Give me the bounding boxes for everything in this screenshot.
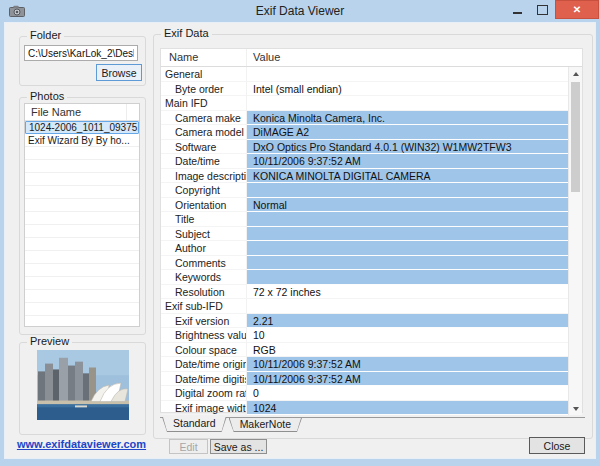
- exif-row-value: 1024: [247, 401, 568, 416]
- scroll-down-button[interactable]: [569, 402, 582, 415]
- photo-list-empty-row: [25, 160, 139, 173]
- exif-row-value: 0: [247, 386, 568, 401]
- exif-row[interactable]: SoftwareDxO Optics Pro Standard 4.0.1 (W…: [161, 140, 568, 155]
- exif-row-name: Image description: [161, 169, 247, 184]
- photo-list-empty-row: [25, 277, 139, 290]
- exif-row-value: Konica Minolta Camera, Inc.: [247, 111, 568, 126]
- exif-row-value: 72 x 72 inches: [247, 285, 568, 300]
- photo-list-empty-row: [25, 238, 139, 251]
- exif-table: Name Value GeneralByte orderIntel (small…: [160, 48, 583, 413]
- photo-list-empty-row: [25, 290, 139, 303]
- exif-row-value: [247, 183, 568, 198]
- title-bar: Exif Data Viewer ✕: [0, 0, 600, 22]
- minimize-button[interactable]: [505, 0, 530, 19]
- preview-group-label: Preview: [27, 335, 72, 347]
- exif-row-value: RGB: [247, 343, 568, 358]
- scroll-down-icon: [573, 407, 579, 411]
- scroll-up-button[interactable]: [569, 67, 582, 80]
- exif-row-name: Title: [161, 212, 247, 227]
- exif-row[interactable]: Exif sub-IFD: [161, 299, 568, 314]
- exif-row-name: Exif version: [161, 314, 247, 329]
- browse-button[interactable]: Browse: [96, 64, 142, 81]
- exif-row-name: Date/time: [161, 154, 247, 169]
- exif-row-name: Comments: [161, 256, 247, 271]
- exif-row[interactable]: Colour spaceRGB: [161, 343, 568, 358]
- file-list-rows: 1024-2006_1011_09375...Exif Wizard By By…: [25, 121, 139, 327]
- exif-row[interactable]: OrientationNormal: [161, 198, 568, 213]
- exif-row-name: Byte order: [161, 82, 247, 97]
- maximize-button[interactable]: [530, 0, 555, 19]
- photo-list-empty-row: [25, 186, 139, 199]
- exif-row-value: 10: [247, 328, 568, 343]
- save-as-button[interactable]: Save as ...: [210, 439, 267, 454]
- file-list-header: File Name: [25, 104, 139, 121]
- photo-list-item[interactable]: Exif Wizard By By ho...: [25, 134, 139, 147]
- exif-row[interactable]: Main IFD: [161, 96, 568, 111]
- exif-table-header: Name Value: [161, 49, 582, 67]
- exif-row[interactable]: Camera makeKonica Minolta Camera, Inc.: [161, 111, 568, 126]
- exif-row[interactable]: Subject: [161, 227, 568, 242]
- exif-row[interactable]: Date/time10/11/2006 9:37:52 AM: [161, 154, 568, 169]
- exif-row-name: Author: [161, 241, 247, 256]
- file-list-extra-column: [126, 104, 139, 120]
- exif-row-value: 10/11/2006 9:37:52 AM: [247, 357, 568, 372]
- exif-row[interactable]: Image descriptionKONICA MINOLTA DIGITAL …: [161, 169, 568, 184]
- exif-row[interactable]: Keywords: [161, 270, 568, 285]
- exif-row[interactable]: Author: [161, 241, 568, 256]
- exif-row[interactable]: Exif image width1024: [161, 401, 568, 416]
- photo-list-empty-row: [25, 303, 139, 316]
- exif-data-group-label: Exif Data: [161, 27, 212, 39]
- exif-row[interactable]: Copyright: [161, 183, 568, 198]
- photo-list-empty-row: [25, 199, 139, 212]
- tab-standard[interactable]: Standard: [162, 417, 227, 432]
- exif-row-name: Date/time digitised: [161, 372, 247, 387]
- exif-row-value: Intel (small endian): [247, 82, 568, 97]
- exif-row[interactable]: General: [161, 67, 568, 82]
- exif-row-name: Subject: [161, 227, 247, 242]
- exif-row-value: DxO Optics Pro Standard 4.0.1 (WIN32) W1…: [247, 140, 568, 155]
- exif-row[interactable]: Date/time digitised10/11/2006 9:37:52 AM: [161, 372, 568, 387]
- exif-row-value: Normal: [247, 198, 568, 213]
- exif-row[interactable]: Digital zoom ratio0: [161, 386, 568, 401]
- exif-row[interactable]: Title: [161, 212, 568, 227]
- exif-row-name: Digital zoom ratio: [161, 386, 247, 401]
- exif-row-value: KONICA MINOLTA DIGITAL CAMERA: [247, 169, 568, 184]
- exif-row-value: 10/11/2006 9:37:52 AM: [247, 154, 568, 169]
- close-window-button[interactable]: ✕: [555, 0, 599, 19]
- scroll-up-icon: [573, 72, 579, 76]
- exif-row-value: [247, 299, 568, 314]
- exif-row-name: Main IFD: [161, 96, 247, 111]
- exif-row-name: Orientation: [161, 198, 247, 213]
- vertical-scrollbar[interactable]: [568, 67, 582, 415]
- exif-row[interactable]: Comments: [161, 256, 568, 271]
- client-area: Folder Browse Photos File Name 1024-2006…: [4, 22, 596, 459]
- photo-file-list[interactable]: File Name 1024-2006_1011_09375...Exif Wi…: [24, 103, 140, 327]
- exifdataviewer-link[interactable]: www.exifdataviewer.com: [15, 438, 148, 450]
- photo-list-empty-row: [25, 316, 139, 327]
- exif-row[interactable]: Resolution72 x 72 inches: [161, 285, 568, 300]
- file-name-column-header: File Name: [31, 106, 81, 118]
- exif-row-name: Keywords: [161, 270, 247, 285]
- edit-button[interactable]: Edit: [169, 439, 208, 454]
- preview-thumbnail-opera-house: [37, 350, 129, 420]
- tab-makernote[interactable]: MakerNote: [229, 418, 302, 432]
- exif-row-value: [247, 270, 568, 285]
- exif-row[interactable]: Exif version2.21: [161, 314, 568, 329]
- scrollbar-thumb[interactable]: [571, 82, 580, 192]
- exif-data-group: Exif Data Name Value GeneralByte orderIn…: [153, 34, 593, 439]
- folder-path-input[interactable]: [24, 45, 138, 61]
- photo-list-item[interactable]: 1024-2006_1011_09375...: [25, 121, 139, 134]
- header-scroll-spacer: [569, 49, 582, 66]
- exif-row-value: 2.21: [247, 314, 568, 329]
- exif-row-name: Camera make: [161, 111, 247, 126]
- exif-row[interactable]: Byte orderIntel (small endian): [161, 82, 568, 97]
- exif-row[interactable]: Brightness value10: [161, 328, 568, 343]
- exif-row-value: [247, 227, 568, 242]
- close-button[interactable]: Close: [529, 437, 585, 454]
- exif-row-name: Resolution: [161, 285, 247, 300]
- close-icon: ✕: [573, 4, 581, 15]
- exif-row-name: Colour space: [161, 343, 247, 358]
- exif-row[interactable]: Camera modelDiMAGE A2: [161, 125, 568, 140]
- exif-row[interactable]: Date/time original10/11/2006 9:37:52 AM: [161, 357, 568, 372]
- maximize-icon: [537, 5, 548, 15]
